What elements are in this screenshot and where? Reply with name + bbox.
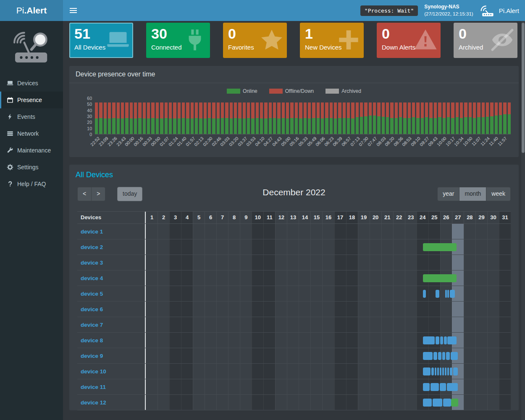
presence-event-bar[interactable]: [436, 290, 440, 298]
presence-event-bar[interactable]: [447, 290, 449, 298]
presence-event-bar[interactable]: [444, 336, 447, 344]
device-link[interactable]: device 6: [81, 306, 103, 312]
presence-event-bar[interactable]: [450, 290, 455, 298]
summary-card-favorites[interactable]: 0Favorites: [223, 23, 287, 58]
summary-card-archived[interactable]: 0Archived: [454, 23, 517, 58]
device-link[interactable]: device 9: [81, 353, 103, 359]
presence-event-bar[interactable]: [446, 352, 450, 360]
presence-event-bar[interactable]: [451, 352, 458, 360]
app-logo[interactable]: Pi.Alert: [0, 0, 63, 21]
presence-event-bar[interactable]: [447, 383, 458, 391]
presence-event-bar[interactable]: [431, 368, 434, 375]
presence-event-bar[interactable]: [447, 368, 449, 375]
calendar-day-cell: [358, 302, 370, 317]
calendar-day-cell: [287, 239, 299, 255]
sidebar-item-events[interactable]: Events: [0, 108, 63, 125]
online-segment: [247, 118, 250, 134]
presence-event-bar[interactable]: [445, 368, 446, 375]
device-link[interactable]: device 12: [81, 399, 106, 406]
calendar-view-year[interactable]: year: [437, 187, 459, 201]
chart-bar: [117, 98, 120, 134]
presence-event-bar[interactable]: [423, 336, 435, 344]
presence-event-bar[interactable]: [423, 383, 430, 391]
calendar-day-cell: [393, 286, 405, 301]
presence-event-bar[interactable]: [447, 336, 457, 344]
device-link[interactable]: device 7: [81, 322, 103, 328]
legend-swatch: [227, 89, 240, 94]
calendar-prev-button[interactable]: <: [77, 187, 92, 201]
presence-event-bar[interactable]: [423, 352, 432, 360]
calendar-today-button[interactable]: today: [117, 187, 142, 201]
sidebar-toggle-button[interactable]: [63, 0, 84, 21]
presence-event-bar[interactable]: [433, 399, 442, 407]
presence-event-bar[interactable]: [423, 274, 457, 282]
presence-event-bar[interactable]: [445, 290, 446, 298]
calendar-day-cell: [205, 224, 216, 239]
summary-card-all-devices[interactable]: 51All Devices: [69, 23, 133, 58]
presence-event-bar[interactable]: [440, 336, 444, 344]
presence-event-bar[interactable]: [436, 336, 439, 344]
summary-card-down-alerts[interactable]: 0Down Alerts: [377, 23, 441, 58]
presence-event-bar[interactable]: [453, 368, 458, 375]
chart-bar: [508, 98, 511, 134]
calendar-day-cell: [428, 224, 440, 239]
scrollbar-thumb[interactable]: [522, 23, 525, 153]
summary-card-connected[interactable]: 30Connected: [146, 23, 210, 58]
presence-event-bar[interactable]: [423, 290, 426, 298]
offline-segment: [264, 102, 267, 118]
sidebar-item-settings[interactable]: Settings: [0, 159, 63, 176]
presence-event-bar[interactable]: [423, 368, 430, 375]
chart-bar: [243, 98, 246, 134]
calendar-day-cell: [346, 255, 358, 270]
summary-card-new-devices[interactable]: 1New Devices: [300, 23, 364, 58]
offline-segment: [330, 102, 333, 118]
device-link[interactable]: device 8: [81, 337, 103, 344]
calendar-view-month[interactable]: month: [459, 187, 486, 201]
sidebar-item-devices[interactable]: Devices: [0, 75, 63, 92]
calendar-day-header: 4: [181, 212, 193, 223]
presence-event-bar[interactable]: [440, 383, 446, 391]
presence-event-bar[interactable]: [423, 399, 432, 407]
offline-segment: [104, 102, 107, 118]
device-link[interactable]: device 3: [81, 260, 103, 266]
calendar-day-cell: [417, 317, 428, 332]
sidebar-item-help-faq[interactable]: Help / FAQ: [0, 176, 63, 192]
calendar-day-cell: [334, 286, 346, 301]
sidebar-item-maintenance[interactable]: Maintenance: [0, 142, 63, 159]
presence-event-bar[interactable]: [442, 368, 444, 375]
presence-event-bar[interactable]: [442, 352, 446, 360]
offline-segment: [221, 102, 224, 118]
calendar-day-cell: [181, 379, 193, 394]
presence-event-bar[interactable]: [430, 383, 439, 391]
device-link[interactable]: device 10: [81, 368, 106, 375]
device-link[interactable]: device 1: [81, 228, 103, 235]
device-link[interactable]: device 5: [81, 291, 103, 297]
chart-bar: [173, 98, 176, 134]
presence-event-bar[interactable]: [450, 368, 452, 375]
presence-event-bar[interactable]: [437, 368, 439, 375]
presence-event-bar[interactable]: [451, 399, 458, 407]
presence-event-bar[interactable]: [443, 399, 451, 407]
host-name: Synology-NAS: [424, 3, 473, 10]
chart-bar: [343, 98, 346, 134]
calendar-day-cell: [393, 348, 405, 363]
offline-segment: [130, 102, 133, 118]
calendar-view-week[interactable]: week: [486, 187, 511, 201]
presence-event-bar[interactable]: [433, 352, 437, 360]
presence-event-bar[interactable]: [440, 368, 441, 375]
x-axis-tick-label: 00:50: [150, 136, 161, 147]
calendar-day-cell: [275, 379, 287, 394]
presence-event-bar[interactable]: [438, 352, 441, 360]
online-segment: [186, 118, 189, 134]
calendar-day-cell: [205, 348, 216, 363]
device-link[interactable]: device 11: [81, 384, 106, 390]
presence-event-bar[interactable]: [435, 368, 436, 375]
device-link[interactable]: device 2: [81, 244, 103, 250]
sidebar-item-network[interactable]: Network: [0, 125, 63, 142]
device-link[interactable]: device 4: [81, 275, 103, 281]
presence-event-bar[interactable]: [423, 243, 457, 251]
online-segment: [356, 117, 359, 134]
sidebar-item-presence[interactable]: Presence: [0, 92, 63, 108]
page-scrollbar[interactable]: [521, 21, 525, 420]
calendar-next-button[interactable]: >: [92, 187, 105, 201]
